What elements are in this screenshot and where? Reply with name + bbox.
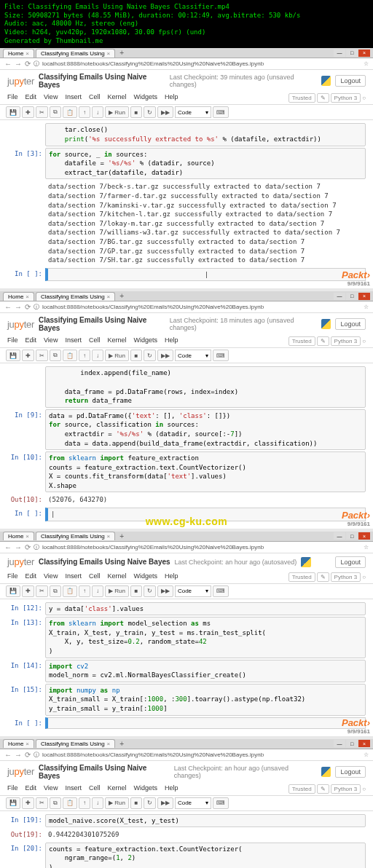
stop-button[interactable]: ■ <box>130 797 142 809</box>
menu-widgets[interactable]: Widgets <box>133 336 157 346</box>
command-palette-button[interactable]: ⌨ <box>213 797 229 809</box>
pencil-icon[interactable]: ✎ <box>317 572 329 582</box>
command-palette-button[interactable]: ⌨ <box>213 350 229 361</box>
close-button[interactable]: × <box>358 50 370 57</box>
code-cell[interactable]: counts = feature_extraction.text.CountVe… <box>45 843 366 868</box>
menu-insert[interactable]: Insert <box>65 784 82 794</box>
menu-file[interactable]: File <box>7 336 18 346</box>
move-up-button[interactable]: ↑ <box>79 350 90 361</box>
empty-cell[interactable]: | <box>45 268 366 282</box>
jupyter-logo[interactable]: jupyter <box>7 319 34 330</box>
code-cell[interactable]: index.append(file_name) data_frame = pd.… <box>45 366 366 407</box>
move-up-button[interactable]: ↑ <box>79 106 90 118</box>
cut-button[interactable]: ✂ <box>36 797 48 809</box>
tab-home[interactable]: Home× <box>3 532 34 540</box>
menu-view[interactable]: View <box>44 93 58 103</box>
tab-notebook[interactable]: Classifying Emails Using× <box>36 739 115 748</box>
code-cell[interactable]: import cv2 model_norm = cv2.ml.NormalBay… <box>45 660 366 682</box>
menu-view[interactable]: View <box>44 784 58 794</box>
close-button[interactable]: × <box>358 740 370 747</box>
close-icon[interactable]: × <box>107 293 111 300</box>
menu-file[interactable]: File <box>7 572 18 582</box>
trusted-pill[interactable]: Trusted <box>288 336 315 346</box>
run-button[interactable]: ▶ Run <box>105 350 129 361</box>
info-icon[interactable]: ⓘ <box>34 303 39 311</box>
add-cell-button[interactable]: ✚ <box>22 106 34 118</box>
close-icon[interactable]: × <box>25 533 29 540</box>
kernel-pill[interactable]: Python 3 <box>331 93 361 103</box>
kernel-pill[interactable]: Python 3 <box>331 784 361 794</box>
restart-button[interactable]: ↻ <box>144 797 156 809</box>
menu-widgets[interactable]: Widgets <box>133 572 157 582</box>
notebook-title[interactable]: Classifying Emails Using Naive Bayes <box>39 764 170 780</box>
run-button[interactable]: ▶ Run <box>105 585 129 597</box>
paste-button[interactable]: 📋 <box>63 350 77 361</box>
code-cell[interactable]: y = data['class'].values <box>45 602 366 616</box>
close-icon[interactable]: × <box>25 50 29 57</box>
forward-icon[interactable]: → <box>15 303 22 311</box>
code-cell[interactable]: from sklearn import feature_extraction c… <box>45 451 366 492</box>
tab-notebook[interactable]: Classifying Emails Using× <box>36 532 115 540</box>
save-button[interactable]: 💾 <box>6 350 20 361</box>
save-button[interactable]: 💾 <box>6 106 20 118</box>
reload-icon[interactable]: ⟳ <box>25 60 31 68</box>
pencil-icon[interactable]: ✎ <box>317 784 329 794</box>
tab-home[interactable]: Home× <box>3 292 34 301</box>
forward-icon[interactable]: → <box>15 751 22 759</box>
close-icon[interactable]: × <box>107 533 111 540</box>
command-palette-button[interactable]: ⌨ <box>213 106 229 118</box>
cut-button[interactable]: ✂ <box>36 106 48 118</box>
add-cell-button[interactable]: ✚ <box>22 350 34 361</box>
menu-cell[interactable]: Cell <box>89 572 101 582</box>
notebook-title[interactable]: Classifying Emails Using Naive Bayes <box>39 73 165 89</box>
logout-button[interactable]: Logout <box>335 556 366 568</box>
back-icon[interactable]: ← <box>4 303 12 311</box>
menu-cell[interactable]: Cell <box>89 336 101 346</box>
save-button[interactable]: 💾 <box>6 797 20 809</box>
close-button[interactable]: × <box>358 532 370 540</box>
code-cell[interactable]: data = pd.DataFrame({'text': [], 'class'… <box>45 409 366 450</box>
new-tab-button[interactable]: + <box>117 532 127 540</box>
tab-notebook[interactable]: Classifying Emails Using× <box>36 292 115 301</box>
maximize-button[interactable]: □ <box>346 50 358 57</box>
menu-file[interactable]: File <box>7 93 18 103</box>
celltype-select[interactable]: Code▾ <box>175 797 211 809</box>
pencil-icon[interactable]: ✎ <box>317 93 329 103</box>
url-text[interactable]: localhost:8888/notebooks/Classifying%20E… <box>42 751 361 758</box>
kernel-pill[interactable]: Python 3 <box>331 572 361 582</box>
code-cell[interactable]: model_naive.score(X_test, y_test) <box>45 814 366 828</box>
restart-run-button[interactable]: ▶▶ <box>157 585 173 597</box>
menu-insert[interactable]: Insert <box>65 93 82 103</box>
trusted-pill[interactable]: Trusted <box>288 93 315 103</box>
code-cell[interactable]: from sklearn import model_selection as m… <box>45 617 366 658</box>
cut-button[interactable]: ✂ <box>36 350 48 361</box>
celltype-select[interactable]: Code▾ <box>175 350 211 361</box>
menu-widgets[interactable]: Widgets <box>133 784 157 794</box>
menu-file[interactable]: File <box>7 784 18 794</box>
menu-edit[interactable]: Edit <box>25 784 37 794</box>
copy-button[interactable]: ⧉ <box>50 106 61 118</box>
tab-home[interactable]: Home× <box>3 739 34 748</box>
url-text[interactable]: localhost:8888/notebooks/Classifying%20E… <box>42 544 361 551</box>
trusted-pill[interactable]: Trusted <box>288 572 315 582</box>
menu-kernel[interactable]: Kernel <box>107 784 126 794</box>
stop-button[interactable]: ■ <box>130 106 142 118</box>
notebook-title[interactable]: Classifying Emails Using Naive Bayes <box>39 558 170 566</box>
run-button[interactable]: ▶ Run <box>105 106 129 118</box>
new-tab-button[interactable]: + <box>117 49 127 57</box>
menu-kernel[interactable]: Kernel <box>107 336 126 346</box>
url-text[interactable]: localhost:8888/notebooks/Classifying%20E… <box>42 60 361 67</box>
bookmark-icon[interactable]: ☆ <box>364 751 369 758</box>
minimize-button[interactable]: — <box>334 532 345 540</box>
move-up-button[interactable]: ↑ <box>79 585 90 597</box>
logout-button[interactable]: Logout <box>335 318 366 330</box>
paste-button[interactable]: 📋 <box>63 585 77 597</box>
maximize-button[interactable]: □ <box>346 293 358 300</box>
move-up-button[interactable]: ↑ <box>79 797 90 809</box>
restart-run-button[interactable]: ▶▶ <box>157 106 173 118</box>
menu-help[interactable]: Help <box>165 93 178 103</box>
back-icon[interactable]: ← <box>4 543 12 551</box>
pencil-icon[interactable]: ✎ <box>317 336 329 346</box>
minimize-button[interactable]: — <box>334 293 345 300</box>
kernel-pill[interactable]: Python 3 <box>331 336 361 346</box>
